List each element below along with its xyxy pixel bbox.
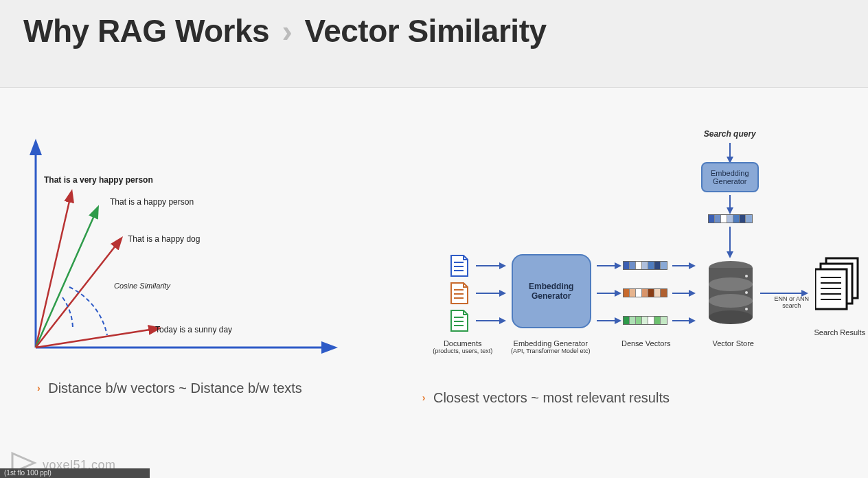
embedgen-label: Embedding Generator (API, Transformer Mo… xyxy=(506,339,595,354)
vector-store-label: Vector Store xyxy=(709,339,757,348)
search-results-label: Search Results xyxy=(812,328,867,337)
flow-arrow xyxy=(729,195,731,209)
search-results-icon xyxy=(815,257,863,314)
vector-store-icon xyxy=(707,260,755,330)
flow-arrow xyxy=(672,293,690,294)
svg-line-3 xyxy=(36,208,98,348)
dense-vector xyxy=(623,288,667,297)
right-bullet-text: Closest vectors ~ most relevant results xyxy=(433,390,670,405)
rag-pipeline-diagram: Search query Embedding Generator xyxy=(417,122,868,376)
flow-arrow xyxy=(597,320,616,321)
svg-point-17 xyxy=(709,310,753,324)
svg-point-18 xyxy=(709,277,753,291)
vec-label-0: That is a very happy person xyxy=(44,175,153,185)
flow-arrow xyxy=(476,265,501,266)
document-icon xyxy=(450,254,469,277)
flow-arrow xyxy=(476,320,501,321)
document-icon xyxy=(450,309,469,332)
browser-tab-overlay: (1st flo 100 ppl) xyxy=(0,468,150,478)
documents-label: Documents (products, users, text) xyxy=(432,339,494,354)
left-bullet: › Distance b/w vectors ~ Distance b/w te… xyxy=(37,380,410,396)
right-bullet: › Closest vectors ~ most relevant result… xyxy=(422,390,861,406)
svg-point-20 xyxy=(745,275,748,277)
right-column: Search query Embedding Generator xyxy=(417,88,868,478)
title-left: Why RAG Works xyxy=(23,13,269,49)
svg-point-22 xyxy=(745,308,748,310)
flow-arrow xyxy=(672,320,690,321)
bullet-marker: › xyxy=(37,383,41,394)
svg-point-21 xyxy=(745,291,748,294)
cosine-similarity-plot: That is a very happy person That is a ha… xyxy=(25,136,341,363)
breadcrumb-chevron: › xyxy=(282,13,292,49)
flow-arrow xyxy=(597,293,616,294)
flow-arrow xyxy=(597,265,616,266)
bullet-marker: › xyxy=(422,392,426,403)
flow-arrow xyxy=(672,265,690,266)
flow-arrow xyxy=(760,293,803,294)
title-right: Vector Similarity xyxy=(305,13,547,49)
flow-arrow xyxy=(729,227,731,253)
dense-vector xyxy=(623,316,667,325)
dense-vectors-label: Dense Vectors xyxy=(619,339,674,348)
slide-body: That is a very happy person That is a ha… xyxy=(0,88,868,478)
svg-point-19 xyxy=(709,294,753,308)
slide-header: Why RAG Works › Vector Similarity xyxy=(0,0,868,88)
enn-label: ENN or ANN search xyxy=(771,295,812,309)
search-query-label: Search query xyxy=(704,129,756,139)
embedding-generator-big: Embedding Generator xyxy=(512,254,591,328)
svg-line-5 xyxy=(36,328,159,348)
left-bullet-text: Distance b/w vectors ~ Distance b/w text… xyxy=(48,380,302,396)
left-column: That is a very happy person That is a ha… xyxy=(0,88,417,478)
flow-arrow xyxy=(729,143,731,158)
vec-label-3: Today is a sunny day xyxy=(155,325,232,334)
query-dense-vector xyxy=(708,214,753,223)
cosine-label: Cosine Similarity xyxy=(114,282,171,290)
vec-label-2: That is a happy dog xyxy=(128,234,200,244)
dense-vector xyxy=(623,261,667,270)
flow-arrow xyxy=(476,293,501,294)
vec-label-1: That is a happy person xyxy=(110,197,194,207)
embedding-generator-small: Embedding Generator xyxy=(701,162,759,192)
document-icon xyxy=(450,282,469,305)
slide-title: Why RAG Works › Vector Similarity xyxy=(23,12,845,49)
